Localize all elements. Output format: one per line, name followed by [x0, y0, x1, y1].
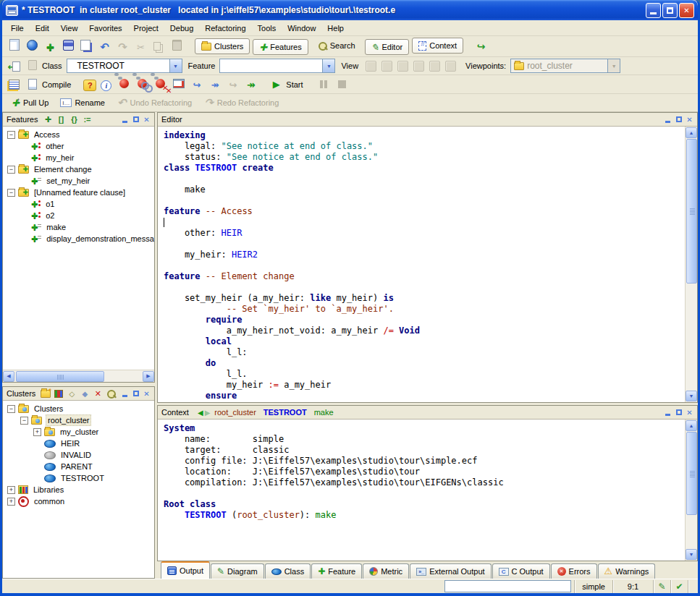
- features-maximize-icon[interactable]: [130, 114, 141, 124]
- tab-c-output[interactable]: CC Output: [492, 563, 550, 579]
- clusters-tree[interactable]: −Clusters−root_cluster+my_clusterHEIRINV…: [3, 401, 154, 578]
- breadcrumb-TESTROOT[interactable]: TESTROOT: [263, 408, 307, 417]
- tree-item-heir[interactable]: HEIR: [3, 438, 154, 449]
- scroll-up-icon[interactable]: ▲: [686, 127, 697, 138]
- scroll-thumb[interactable]: [686, 139, 697, 284]
- breadcrumb-root_cluster[interactable]: root_cluster: [214, 408, 256, 417]
- expand-icon[interactable]: +: [7, 498, 15, 506]
- add-library-icon[interactable]: [53, 388, 64, 399]
- scroll-down-icon[interactable]: ▼: [686, 549, 697, 560]
- freeze-icon[interactable]: [134, 75, 151, 91]
- tree-item--unnamed-feature-clause-[interactable]: −[Unnamed feature clause]: [3, 187, 154, 198]
- step-over-icon[interactable]: ↠: [206, 77, 223, 93]
- editor-maximize-icon[interactable]: [673, 114, 684, 124]
- add-class-here-icon[interactable]: ◆: [79, 388, 90, 399]
- clusters-minimize-icon[interactable]: [119, 388, 130, 399]
- clusters-toggle[interactable]: Clusters: [195, 38, 250, 54]
- features-toggle[interactable]: ✚Features: [253, 39, 308, 55]
- context-close-icon[interactable]: ✕: [684, 407, 695, 417]
- feature-combobox-dropdown[interactable]: ▼: [322, 59, 334, 72]
- save-as-icon[interactable]: [78, 38, 95, 54]
- menu-file[interactable]: File: [5, 22, 30, 35]
- menu-help[interactable]: Help: [321, 22, 350, 35]
- clusters-close-icon[interactable]: ✕: [141, 388, 152, 399]
- history-back-icon[interactable]: ◀: [198, 409, 203, 417]
- scroll-thumb[interactable]: [16, 371, 104, 382]
- tree-item-common[interactable]: +common: [3, 495, 154, 507]
- features-tree[interactable]: −Accessothermy_heir−Element changeset_my…: [3, 127, 154, 370]
- expand-icon[interactable]: +: [7, 486, 15, 494]
- collapse-icon[interactable]: −: [7, 166, 15, 174]
- tab-feature[interactable]: ✚Feature: [311, 563, 362, 579]
- add-class-icon[interactable]: ✚: [42, 40, 59, 56]
- menu-debug[interactable]: Debug: [164, 22, 199, 35]
- tree-item-make[interactable]: make: [3, 221, 154, 233]
- editor-close-icon[interactable]: ✕: [684, 114, 695, 124]
- context-minimize-icon[interactable]: [662, 407, 673, 417]
- minimize-button[interactable]: [646, 3, 661, 18]
- tab-class[interactable]: Class: [265, 563, 311, 579]
- brackets-icon[interactable]: []: [55, 114, 67, 125]
- add-feature-icon[interactable]: ✚: [42, 114, 54, 125]
- add-cluster-icon[interactable]: [40, 388, 51, 399]
- tab-warnings[interactable]: ⚠Warnings: [598, 563, 656, 579]
- menu-project[interactable]: Project: [128, 22, 164, 35]
- finalize-icon[interactable]: [152, 75, 169, 91]
- melt-icon[interactable]: [116, 75, 132, 91]
- tab-output[interactable]: Output: [161, 561, 210, 579]
- tree-item-set-my-heir[interactable]: set_my_heir: [3, 175, 154, 187]
- context-maximize-icon[interactable]: [673, 407, 684, 417]
- collapse-icon[interactable]: −: [7, 405, 15, 413]
- run-ignoring-breakpoints-icon[interactable]: ↠: [243, 77, 259, 93]
- maximize-button[interactable]: [662, 3, 678, 18]
- console-run-icon[interactable]: [170, 75, 187, 91]
- save-icon[interactable]: [60, 38, 77, 54]
- expand-icon[interactable]: +: [33, 428, 41, 436]
- menu-tools[interactable]: Tools: [252, 22, 282, 35]
- history-forward-icon[interactable]: ▶: [205, 409, 211, 417]
- tree-item-o1[interactable]: o1: [3, 198, 154, 210]
- editor-toggle[interactable]: ✎Editor: [365, 39, 410, 55]
- breadcrumb-make[interactable]: make: [314, 408, 334, 417]
- scroll-thumb[interactable]: [686, 432, 697, 515]
- new-document-icon[interactable]: [6, 37, 22, 53]
- remove-item-icon[interactable]: ✕: [92, 388, 104, 399]
- tree-item-element-change[interactable]: −Element change: [3, 163, 154, 175]
- features-horizontal-scrollbar[interactable]: ◀ ▶: [3, 370, 154, 382]
- class-combobox[interactable]: TESTROOT ▼: [67, 59, 182, 73]
- feature-combobox[interactable]: ▼: [219, 59, 335, 73]
- menu-view[interactable]: View: [55, 22, 84, 35]
- save-state-icon[interactable]: ✔: [670, 580, 688, 593]
- tab-external-output[interactable]: »_External Output: [410, 563, 491, 579]
- status-filter-input[interactable]: [444, 580, 571, 592]
- editable-state-icon[interactable]: ✎: [653, 580, 670, 593]
- close-button[interactable]: ✕: [679, 3, 694, 18]
- undo-icon[interactable]: ↶: [96, 39, 113, 55]
- collapse-icon[interactable]: −: [7, 131, 15, 139]
- history-document-icon[interactable]: [6, 59, 22, 74]
- features-minimize-icon[interactable]: [119, 114, 130, 124]
- search-button[interactable]: Search: [311, 38, 362, 54]
- tree-item-root-cluster[interactable]: −root_cluster: [3, 414, 154, 426]
- find-icon[interactable]: [105, 388, 117, 399]
- compile-list-icon[interactable]: [6, 77, 22, 93]
- features-close-icon[interactable]: ✕: [141, 114, 152, 124]
- step-into-icon[interactable]: ↪: [188, 77, 205, 93]
- menu-edit[interactable]: Edit: [30, 22, 55, 35]
- tree-item-invalid[interactable]: INVALID: [3, 449, 154, 461]
- context-toggle[interactable]: Context: [412, 38, 463, 54]
- context-output-area[interactable]: System name: simple target: classic conf…: [158, 420, 685, 561]
- scroll-up-icon[interactable]: ▲: [686, 420, 697, 431]
- open-globe-icon[interactable]: [24, 38, 41, 54]
- clusters-maximize-icon[interactable]: [130, 388, 141, 399]
- title-bar[interactable]: * TESTROOT in cluster root_cluster locat…: [2, 0, 698, 20]
- tree-item-access[interactable]: −Access: [3, 129, 154, 140]
- compile-document-icon[interactable]: [24, 76, 41, 92]
- editor-code-area[interactable]: indexing legal: "See notice at end of cl…: [158, 127, 685, 402]
- editor-vertical-scrollbar[interactable]: ▲ ▼: [685, 127, 697, 402]
- tree-item-o2[interactable]: o2: [3, 210, 154, 221]
- tree-item-other[interactable]: other: [3, 140, 154, 152]
- editor-minimize-icon[interactable]: [662, 114, 673, 124]
- tree-item-parent[interactable]: PARENT: [3, 461, 154, 472]
- tab-metric[interactable]: Metric: [363, 563, 409, 579]
